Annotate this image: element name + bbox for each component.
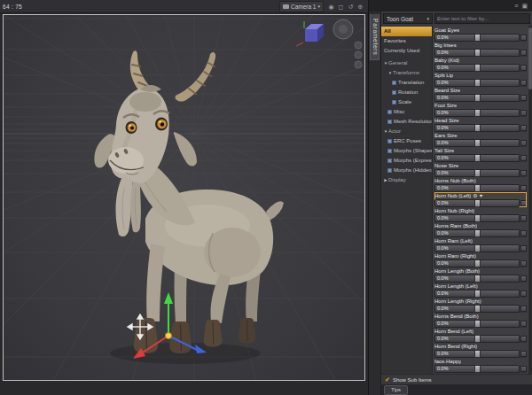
parameter-settings-button[interactable]: [520, 50, 527, 56]
tree-item-misc[interactable]: Misc: [381, 107, 432, 117]
slider-track[interactable]: 0.0%: [434, 169, 520, 177]
viewport-canvas[interactable]: [3, 14, 365, 381]
scrollbar[interactable]: [528, 26, 532, 374]
slider-handle[interactable]: [474, 350, 481, 358]
nav-item-currently-used[interactable]: Currently Used: [381, 46, 432, 56]
slider-handle[interactable]: [474, 184, 481, 192]
nav-item-all[interactable]: All: [381, 27, 432, 36]
parameter-settings-button[interactable]: [520, 336, 527, 342]
slider-track[interactable]: 0.0%: [434, 365, 520, 373]
slider-track[interactable]: 0.0%: [434, 259, 520, 267]
slider-handle[interactable]: [474, 320, 481, 328]
slider-track[interactable]: 0.0%: [434, 214, 520, 222]
slider-handle[interactable]: [474, 94, 481, 102]
parameter-settings-button[interactable]: [520, 200, 527, 206]
parameter-settings-button[interactable]: [520, 125, 527, 131]
tree-item-display[interactable]: ▶Display: [381, 175, 432, 185]
parameter-settings-button[interactable]: [520, 275, 527, 282]
tree-item-morphs-expressio[interactable]: Morphs (Expressio...: [381, 156, 432, 166]
frame-icon[interactable]: ◻: [337, 4, 345, 10]
slider-handle[interactable]: [474, 64, 481, 72]
slider-handle[interactable]: [474, 49, 481, 57]
slider-track[interactable]: 0.0%: [434, 335, 520, 343]
tips-button[interactable]: Tips: [384, 385, 408, 395]
tab-parameters[interactable]: Parameters: [370, 14, 379, 60]
slider-track[interactable]: 0.0%: [434, 290, 520, 298]
parameter-settings-button[interactable]: [520, 80, 527, 86]
parameter-settings-button[interactable]: [520, 366, 527, 372]
figure-selector-dropdown[interactable]: Toon Goat ▾: [383, 13, 433, 24]
slider-track[interactable]: 0.0%: [434, 229, 520, 237]
nav-item-favorites[interactable]: Favorites: [381, 36, 432, 46]
slider-track[interactable]: 0.0%: [434, 154, 520, 162]
slider-track[interactable]: 0.0%: [434, 199, 520, 207]
tree-item-mesh-resolution[interactable]: Mesh Resolution: [381, 117, 432, 127]
tree-item-scale[interactable]: Scale: [381, 97, 432, 107]
slider-handle[interactable]: [474, 139, 481, 147]
parameter-settings-button[interactable]: [520, 65, 527, 71]
slider-track[interactable]: 0.0%: [434, 244, 520, 252]
slider-track[interactable]: 0.0%: [434, 64, 520, 72]
parameter-settings-button[interactable]: [520, 351, 527, 357]
filter-input[interactable]: [434, 13, 530, 24]
parameter-settings-button[interactable]: [520, 321, 527, 327]
tree-item-actor[interactable]: ▼Actor: [381, 127, 432, 136]
tree-item-general[interactable]: ▼General: [381, 58, 432, 68]
parameter-settings-button[interactable]: [520, 290, 527, 297]
slider-handle[interactable]: [474, 229, 481, 237]
parameter-settings-button[interactable]: [520, 95, 527, 101]
parameter-settings-button[interactable]: [520, 170, 527, 176]
slider-track[interactable]: 0.0%: [434, 79, 520, 87]
viewport-3d[interactable]: 64 : 75 Camera 1 ▾ ◉◻↺⊕: [0, 0, 368, 395]
slider-track[interactable]: 0.0%: [434, 49, 520, 57]
slider-handle[interactable]: [474, 154, 481, 162]
tree-item-translation[interactable]: Translation: [381, 78, 432, 88]
slider-track[interactable]: 0.0%: [434, 320, 520, 328]
slider-track[interactable]: 0.0%: [434, 350, 520, 358]
parameter-settings-button[interactable]: [520, 35, 527, 41]
slider-handle[interactable]: [474, 124, 481, 132]
slider-track[interactable]: 0.0%: [434, 109, 520, 117]
slider-track[interactable]: 0.0%: [434, 94, 520, 102]
slider-track[interactable]: 0.0%: [434, 139, 520, 147]
tree-item-morphs-hidden[interactable]: Morphs (Hidden): [381, 166, 432, 175]
zoom-icon[interactable]: ⊕: [356, 4, 364, 10]
slider-handle[interactable]: [474, 214, 481, 222]
tree-item-transforms[interactable]: ▼Transforms: [381, 68, 432, 78]
slider-handle[interactable]: [474, 199, 481, 207]
slider-track[interactable]: 0.0%: [434, 124, 520, 132]
tree-item-morphs-shapes[interactable]: Morphs (Shapes): [381, 146, 432, 156]
parameter-settings-button[interactable]: [520, 245, 527, 252]
camera-selector[interactable]: Camera 1 ▾: [279, 1, 324, 12]
dock-icon[interactable]: ▣: [521, 3, 528, 9]
parameter-settings-button[interactable]: [520, 215, 527, 221]
parameter-settings-button[interactable]: [520, 260, 527, 267]
slider-handle[interactable]: [474, 290, 481, 298]
slider-handle[interactable]: [474, 79, 481, 87]
slider-track[interactable]: 0.0%: [434, 184, 520, 192]
parameter-settings-button[interactable]: [520, 110, 527, 116]
tree-item-erc-poses[interactable]: ERC Poses: [381, 136, 432, 146]
slider-handle[interactable]: [474, 169, 481, 177]
menu-icon[interactable]: ≡: [514, 3, 518, 9]
aim-icon[interactable]: ◉: [327, 4, 335, 10]
slider-track[interactable]: 0.0%: [434, 275, 520, 283]
checkbox-checked-icon[interactable]: ✔: [385, 376, 390, 383]
slider-handle[interactable]: [474, 259, 481, 267]
parameter-settings-button[interactable]: [520, 140, 527, 146]
slider-handle[interactable]: [474, 275, 481, 283]
scrollbar-thumb[interactable]: [528, 27, 532, 89]
slider-handle[interactable]: [474, 34, 481, 42]
slider-track[interactable]: 0.0%: [434, 34, 520, 42]
parameter-settings-button[interactable]: [520, 306, 527, 312]
parameter-settings-button[interactable]: [520, 185, 527, 191]
slider-handle[interactable]: [474, 109, 481, 117]
slider-track[interactable]: 0.0%: [434, 305, 520, 313]
tree-item-rotation[interactable]: Rotation: [381, 88, 432, 97]
orbit-icon[interactable]: ↺: [347, 4, 355, 10]
slider-handle[interactable]: [474, 365, 481, 373]
parameter-settings-button[interactable]: [520, 155, 527, 161]
parameter-settings-button[interactable]: [520, 230, 527, 236]
slider-handle[interactable]: [474, 335, 481, 343]
slider-handle[interactable]: [474, 305, 481, 313]
